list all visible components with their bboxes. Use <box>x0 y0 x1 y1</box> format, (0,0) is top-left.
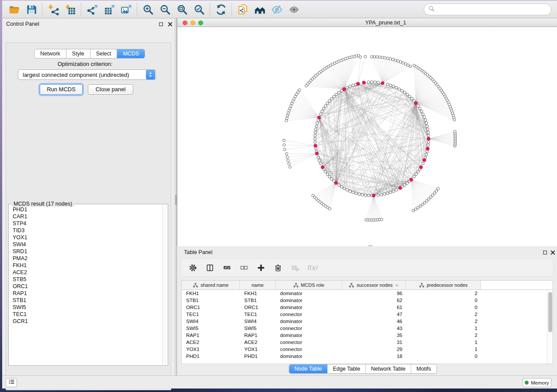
cell-name[interactable]: RAP1 <box>240 333 276 338</box>
cell-mcds_role[interactable]: dominator <box>276 354 342 359</box>
cell-name[interactable]: ORC1 <box>240 305 276 310</box>
mcds-result-list[interactable]: PHD1CAR1STP4TID3YOX1SWI4SRD1PMA2FKH1ACE2… <box>9 206 163 365</box>
cell-shared_name[interactable]: RAP1 <box>182 333 240 338</box>
zoom-out-icon[interactable] <box>156 3 173 17</box>
cell-shared_name[interactable]: SWI5 <box>182 326 240 331</box>
mcds-result-item[interactable]: STB1 <box>9 297 163 304</box>
cell-name[interactable]: PHD1 <box>240 354 276 359</box>
table-row[interactable]: RAP1RAP1dominator352 <box>182 332 553 339</box>
table-row[interactable]: PHD1PHD1dominator180 <box>182 353 553 360</box>
export-network-icon[interactable] <box>83 3 100 17</box>
table-row[interactable]: SWI4SWI4dominator462 <box>182 318 553 325</box>
cell-predecessors[interactable]: 0 <box>406 354 481 359</box>
mcds-result-item[interactable]: TID3 <box>9 227 163 234</box>
table-row[interactable]: YOX1YOX1connector291 <box>182 346 553 353</box>
zoom-selected-icon[interactable] <box>190 3 208 17</box>
mcds-result-item[interactable]: PMA2 <box>9 255 163 262</box>
cell-successors[interactable]: 18 <box>342 354 406 359</box>
cell-mcds_role[interactable]: connector <box>276 326 342 331</box>
mcds-result-item[interactable]: TEC1 <box>9 311 163 318</box>
open-session-icon[interactable] <box>6 3 23 17</box>
search-input[interactable] <box>437 6 551 13</box>
mcds-result-item[interactable]: SWI5 <box>9 304 163 311</box>
mcds-result-item[interactable]: SWI4 <box>9 241 163 248</box>
search-box[interactable] <box>424 3 551 15</box>
select-all-icon[interactable] <box>221 262 232 273</box>
tab-network[interactable]: Network <box>35 49 66 58</box>
window-zoom-light[interactable] <box>198 21 203 25</box>
cell-mcds_role[interactable]: connector <box>276 312 342 317</box>
cell-name[interactable]: SWI5 <box>240 326 276 331</box>
add-icon[interactable] <box>255 262 266 273</box>
tab-edge-table[interactable]: Edge Table <box>327 364 365 373</box>
cell-shared_name[interactable]: STB1 <box>182 298 240 303</box>
cell-name[interactable]: STB1 <box>240 298 276 303</box>
cell-predecessors[interactable]: 0 <box>406 298 481 303</box>
cell-predecessors[interactable]: 1 <box>406 340 481 345</box>
splitter-grip[interactable] <box>175 195 176 205</box>
run-mcds-button[interactable]: Run MCDS <box>40 84 83 95</box>
cell-mcds_role[interactable]: dominator <box>276 291 342 296</box>
window-minimize-light[interactable] <box>190 21 195 25</box>
cell-shared_name[interactable]: TEC1 <box>182 312 240 317</box>
zoom-in-icon[interactable] <box>139 3 156 17</box>
cell-mcds_role[interactable]: dominator <box>276 305 342 310</box>
float-icon[interactable] <box>542 249 548 255</box>
table-row[interactable]: ACE2ACE2connector311 <box>182 339 553 346</box>
show-all-icon[interactable] <box>285 3 302 17</box>
table-row[interactable]: TEC1TEC1connector472 <box>182 311 553 318</box>
cell-predecessors[interactable]: 0 <box>406 305 481 310</box>
cell-name[interactable]: YOX1 <box>240 347 276 352</box>
mcds-result-item[interactable]: ACE2 <box>9 269 163 276</box>
tab-mcds[interactable]: MCDS <box>117 49 145 58</box>
cell-successors[interactable]: 61 <box>342 305 406 310</box>
cell-predecessors[interactable]: 2 <box>406 333 481 338</box>
tab-select[interactable]: Select <box>90 49 117 58</box>
cell-successors[interactable]: 31 <box>342 340 406 345</box>
table-row[interactable]: FKH1FKH1dominator962 <box>182 290 553 297</box>
zoom-fit-icon[interactable] <box>173 3 190 17</box>
first-neighbors-icon[interactable] <box>251 3 268 17</box>
deselect-all-icon[interactable] <box>238 262 249 273</box>
mcds-result-item[interactable]: RAP1 <box>9 290 163 297</box>
cell-successors[interactable]: 96 <box>342 291 406 296</box>
tab-style[interactable]: Style <box>66 49 90 58</box>
import-network-icon[interactable] <box>45 3 62 17</box>
mcds-result-item[interactable]: YOX1 <box>9 234 163 241</box>
settings-icon[interactable] <box>187 262 198 273</box>
cell-shared_name[interactable]: YOX1 <box>182 347 240 352</box>
cell-name[interactable]: SWI4 <box>240 319 276 324</box>
mcds-result-item[interactable]: GCR1 <box>9 318 163 325</box>
import-table-icon[interactable] <box>62 3 79 17</box>
mcds-result-item[interactable]: SRD1 <box>9 248 163 255</box>
cell-successors[interactable]: 46 <box>342 319 406 324</box>
mcds-result-item[interactable]: FKH1 <box>9 262 163 269</box>
export-table-icon[interactable] <box>100 3 118 17</box>
column-header-name[interactable]: name <box>240 281 276 289</box>
cell-successors[interactable]: 43 <box>342 326 406 331</box>
float-icon[interactable] <box>158 21 164 27</box>
table-row[interactable]: STB1STB1dominator620 <box>182 297 553 304</box>
optimization-criterion-select[interactable]: largest connected component (undirected) <box>18 69 156 80</box>
cell-name[interactable]: ACE2 <box>240 340 276 345</box>
delete-icon[interactable] <box>272 262 284 273</box>
close-icon[interactable] <box>550 249 556 255</box>
refresh-icon[interactable] <box>212 3 229 17</box>
cell-mcds_role[interactable]: dominator <box>276 333 342 338</box>
cell-name[interactable]: FKH1 <box>240 291 276 296</box>
tab-motifs[interactable]: Motifs <box>411 364 436 373</box>
mcds-result-scrollbar[interactable] <box>162 205 167 365</box>
mcds-result-item[interactable]: CAR1 <box>9 213 163 220</box>
cell-mcds_role[interactable]: connector <box>276 347 342 352</box>
mcds-result-item[interactable]: STB5 <box>9 276 163 283</box>
mcds-result-item[interactable]: ORC1 <box>9 283 163 290</box>
column-header-shared-name[interactable]: shared name <box>182 281 240 289</box>
cell-predecessors[interactable]: 2 <box>406 319 481 324</box>
close-panel-button[interactable]: Close panel <box>88 84 133 95</box>
table-scrollbar[interactable] <box>547 290 553 364</box>
cell-successors[interactable]: 47 <box>342 312 406 317</box>
cell-predecessors[interactable]: 1 <box>406 326 481 331</box>
tab-node-table[interactable]: Node Table <box>289 364 327 373</box>
cell-predecessors[interactable]: 2 <box>406 291 481 296</box>
cell-shared_name[interactable]: ORC1 <box>182 305 240 310</box>
